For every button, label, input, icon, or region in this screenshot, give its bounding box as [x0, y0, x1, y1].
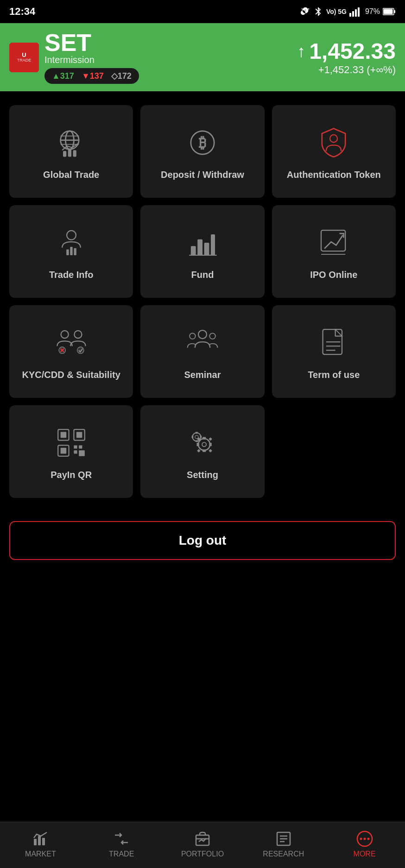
svg-rect-59	[209, 443, 211, 446]
svg-point-35	[198, 330, 207, 339]
svg-rect-5	[394, 10, 395, 13]
svg-rect-71	[38, 836, 41, 845]
svg-text:₿: ₿	[199, 134, 206, 151]
network-label: Vo) 5G	[326, 8, 347, 15]
nav-item-research[interactable]: RESEARCH	[243, 830, 324, 858]
nav-label-portfolio: PORTFOLIO	[181, 850, 224, 858]
nav-label-trade: TRADE	[109, 850, 134, 858]
svg-rect-68	[192, 436, 194, 438]
badge-up: ▲317	[52, 71, 74, 81]
logo-text: U	[17, 52, 32, 58]
grid-label-ipo-online: IPO Online	[310, 269, 357, 281]
svg-rect-63	[209, 449, 212, 453]
grid-label-setting: Setting	[187, 469, 218, 481]
grid-item-auth-token[interactable]: Authentication Token	[272, 105, 396, 198]
svg-rect-0	[349, 13, 351, 17]
svg-point-29	[61, 331, 68, 338]
svg-point-33	[74, 331, 82, 338]
person-chart-icon	[53, 224, 90, 261]
header-left: U TRADE SET Intermission ▲317 ▼137 ◇172	[9, 31, 139, 84]
index-change: +1,452.33 (+∞%)	[297, 64, 396, 76]
svg-point-64	[192, 433, 201, 441]
grid-item-deposit-withdraw[interactable]: ₿ Deposit / Withdraw	[140, 105, 264, 198]
svg-rect-25	[211, 234, 215, 255]
svg-rect-13	[68, 149, 71, 157]
svg-point-34	[77, 347, 83, 353]
nav-item-more[interactable]: MORE	[324, 830, 405, 858]
alarm-icon	[300, 6, 310, 17]
nav-item-market[interactable]: MARKET	[0, 830, 81, 858]
grid-item-trade-info[interactable]: Trade Info	[9, 205, 133, 298]
battery-text: 97%	[365, 7, 380, 16]
logout-button[interactable]: Log out	[9, 521, 396, 560]
svg-point-36	[190, 333, 196, 339]
svg-point-54	[198, 439, 210, 450]
grid-item-global-trade[interactable]: Global Trade	[9, 105, 133, 198]
trade-icon	[113, 830, 130, 847]
people-group-icon	[184, 324, 221, 361]
svg-rect-67	[196, 440, 198, 442]
grid-item-kyc-cdd[interactable]: KYC/CDD & Suitability	[9, 305, 133, 398]
grid-label-auth-token: Authentication Token	[287, 169, 381, 181]
index-name: SET	[44, 31, 139, 55]
more-icon	[356, 830, 373, 847]
nav-label-research: RESEARCH	[263, 850, 304, 858]
svg-rect-58	[196, 443, 199, 446]
gears-icon	[184, 424, 221, 461]
svg-point-82	[367, 837, 369, 840]
svg-rect-50	[74, 445, 77, 448]
svg-rect-22	[191, 246, 196, 255]
svg-rect-51	[79, 445, 82, 448]
grid-item-ipo-online[interactable]: IPO Online	[272, 205, 396, 298]
svg-rect-19	[66, 249, 69, 255]
bluetooth-icon	[313, 6, 323, 17]
index-badges: ▲317 ▼137 ◇172	[44, 68, 139, 84]
badge-neutral: ◇172	[111, 71, 132, 81]
svg-rect-23	[197, 239, 202, 255]
svg-rect-52	[74, 450, 77, 453]
grid-label-global-trade: Global Trade	[43, 169, 99, 181]
badge-down: ▼137	[82, 71, 104, 81]
grid-item-term-of-use[interactable]: Term of use	[272, 305, 396, 398]
svg-rect-72	[42, 838, 45, 845]
grid-label-trade-info: Trade Info	[49, 269, 94, 281]
grid-item-seminar[interactable]: Seminar	[140, 305, 264, 398]
svg-rect-61	[209, 437, 212, 441]
grid-item-fund[interactable]: Fund	[140, 205, 264, 298]
grid-item-payin-qr[interactable]: PayIn QR	[9, 405, 133, 498]
svg-point-37	[209, 333, 215, 339]
portfolio-icon	[194, 830, 211, 847]
people-check-icon	[53, 324, 90, 361]
svg-rect-56	[202, 437, 206, 439]
svg-rect-57	[202, 449, 206, 452]
logo-box: U TRADE	[9, 43, 39, 72]
svg-rect-14	[73, 150, 76, 157]
svg-point-80	[360, 837, 362, 840]
nav-item-portfolio[interactable]: PORTFOLIO	[162, 830, 243, 858]
globe-icon	[53, 124, 90, 161]
status-time: 12:34	[9, 6, 35, 18]
header-bar: U TRADE SET Intermission ▲317 ▼137 ◇172 …	[0, 23, 405, 91]
svg-point-18	[67, 231, 76, 240]
header-right: ↑ 1,452.33 +1,452.33 (+∞%)	[297, 38, 396, 76]
svg-rect-66	[196, 432, 198, 434]
svg-rect-70	[34, 839, 37, 845]
svg-point-65	[195, 435, 198, 439]
nav-item-trade[interactable]: TRADE	[81, 830, 162, 858]
status-icons: Vo) 5G 97%	[300, 6, 396, 17]
svg-rect-1	[352, 11, 354, 17]
grid-item-setting[interactable]: Setting	[140, 405, 264, 498]
nav-label-market: MARKET	[25, 850, 56, 858]
grid-label-fund: Fund	[191, 269, 214, 281]
header-title-group: SET Intermission ▲317 ▼137 ◇172	[44, 31, 139, 84]
svg-point-81	[363, 837, 366, 840]
svg-rect-20	[70, 247, 72, 255]
bitcoin-icon: ₿	[184, 124, 221, 161]
svg-rect-45	[60, 432, 66, 438]
svg-rect-53	[79, 450, 85, 456]
svg-rect-62	[197, 449, 201, 453]
logo-sub: TRADE	[17, 58, 32, 63]
svg-rect-3	[358, 7, 360, 17]
market-icon	[32, 830, 49, 847]
index-price: 1,452.33	[309, 38, 396, 64]
